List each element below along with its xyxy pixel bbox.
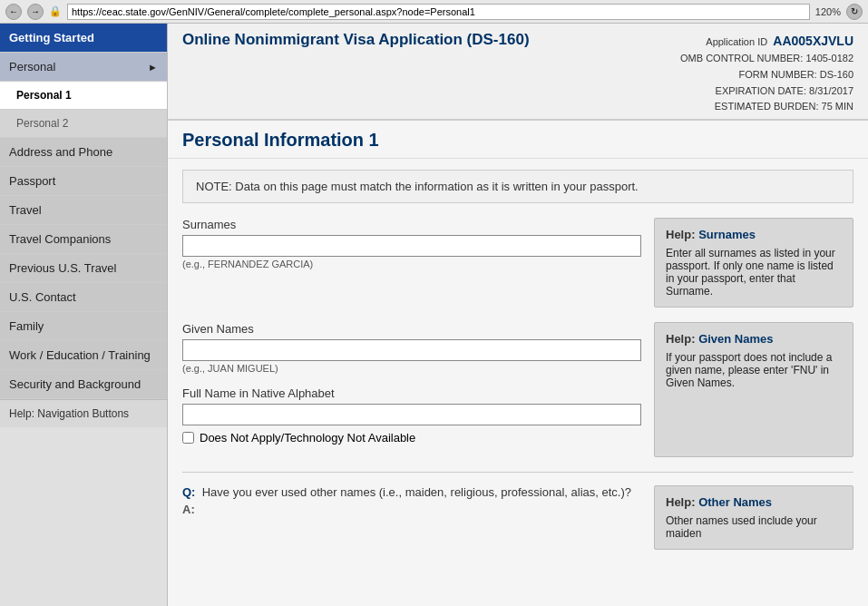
note-box: NOTE: Data on this page must match the i… bbox=[182, 170, 853, 203]
omb-label: OMB CONTROL NUMBER: bbox=[680, 53, 803, 64]
question-text: Q: Have you ever used other names (i.e.,… bbox=[182, 485, 641, 499]
sidebar-item-travel-companions[interactable]: Travel Companions bbox=[0, 225, 167, 254]
does-not-apply-label: Does Not Apply/Technology Not Available bbox=[200, 431, 415, 445]
surnames-help-label: Help: bbox=[666, 228, 696, 241]
omb-value: 1405-0182 bbox=[805, 53, 853, 64]
page-wrapper: Getting Started Personal ► Personal 1 Pe… bbox=[0, 24, 868, 606]
surnames-help-keyword: Surnames bbox=[698, 228, 756, 241]
page-title-bar: Personal Information 1 bbox=[168, 121, 868, 159]
answer-text: A: bbox=[182, 503, 641, 516]
sidebar-item-personal2[interactable]: Personal 2 bbox=[0, 110, 167, 138]
lock-icon: 🔒 bbox=[49, 5, 62, 17]
given-names-help-col: Help: Given Names If your passport does … bbox=[654, 322, 853, 457]
expiry-value: 8/31/2017 bbox=[809, 85, 853, 96]
sidebar-item-address-phone[interactable]: Address and Phone bbox=[0, 138, 167, 167]
other-names-help-col: Help: Other Names Other names used inclu… bbox=[654, 485, 853, 550]
surnames-section: Surnames (e.g., FERNANDEZ GARCIA) Help: … bbox=[182, 218, 853, 308]
given-names-label: Given Names bbox=[182, 322, 641, 336]
a-label: A: bbox=[182, 503, 195, 516]
sidebar-help-nav: Help: Navigation Buttons bbox=[0, 399, 167, 427]
surnames-help-col: Help: Surnames Enter all surnames as lis… bbox=[654, 218, 853, 308]
zoom-level: 120% bbox=[815, 6, 841, 17]
given-names-form-col: Given Names (e.g., JUAN MIGUEL) Full Nam… bbox=[182, 322, 641, 457]
given-names-help-text: If your passport does not include a give… bbox=[666, 351, 842, 389]
app-header: Online Nonimmigrant Visa Application (DS… bbox=[168, 24, 868, 121]
given-names-section: Given Names (e.g., JUAN MIGUEL) Full Nam… bbox=[182, 322, 853, 457]
surnames-help-title: Help: Surnames bbox=[666, 228, 842, 241]
does-not-apply-row: Does Not Apply/Technology Not Available bbox=[182, 431, 641, 445]
given-names-input[interactable] bbox=[182, 339, 641, 361]
q-label: Q: bbox=[182, 485, 195, 499]
expiry-row: EXPIRATION DATE: 8/31/2017 bbox=[680, 83, 853, 100]
question-col: Q: Have you ever used other names (i.e.,… bbox=[182, 485, 641, 550]
main-content: Online Nonimmigrant Visa Application (DS… bbox=[168, 24, 868, 606]
sidebar-item-personal[interactable]: Personal ► bbox=[0, 53, 167, 82]
address-phone-label: Address and Phone bbox=[9, 145, 112, 159]
app-meta: Application ID AA005XJVLU OMB CONTROL NU… bbox=[680, 31, 853, 115]
given-names-help-title: Help: Given Names bbox=[666, 332, 842, 346]
url-bar[interactable] bbox=[67, 4, 810, 20]
sidebar-item-passport[interactable]: Passport bbox=[0, 167, 167, 196]
content-area: NOTE: Data on this page must match the i… bbox=[168, 159, 868, 570]
us-contact-label: U.S. Contact bbox=[9, 290, 76, 304]
forward-button[interactable]: → bbox=[27, 4, 44, 20]
sidebar-item-getting-started[interactable]: Getting Started bbox=[0, 24, 167, 53]
refresh-button[interactable]: ↻ bbox=[846, 4, 863, 20]
app-id-value: AA005XJVLU bbox=[773, 34, 853, 48]
surnames-help-text: Enter all surnames as listed in your pas… bbox=[666, 247, 842, 298]
given-names-group: Given Names (e.g., JUAN MIGUEL) bbox=[182, 322, 641, 374]
personal1-label: Personal 1 bbox=[16, 89, 72, 102]
other-names-help-title: Help: Other Names bbox=[666, 495, 842, 509]
given-names-help-keyword: Given Names bbox=[698, 332, 773, 346]
form-value: DS-160 bbox=[820, 69, 853, 80]
sidebar-item-previous-us-travel[interactable]: Previous U.S. Travel bbox=[0, 254, 167, 283]
note-text: NOTE: Data on this page must match the i… bbox=[196, 180, 639, 193]
personal2-label: Personal 2 bbox=[16, 117, 68, 130]
work-education-training-label: Work / Education / Training bbox=[9, 348, 151, 362]
previous-us-travel-label: Previous U.S. Travel bbox=[9, 261, 117, 275]
surnames-label: Surnames bbox=[182, 218, 641, 231]
omb-row: OMB CONTROL NUMBER: 1405-0182 bbox=[680, 51, 853, 67]
app-id-row: Application ID AA005XJVLU bbox=[680, 31, 853, 51]
sidebar-item-family[interactable]: Family bbox=[0, 312, 167, 341]
form-label: FORM NUMBER: bbox=[738, 69, 816, 80]
does-not-apply-checkbox[interactable] bbox=[182, 432, 194, 444]
native-name-group: Full Name in Native Alphabet Does Not Ap… bbox=[182, 386, 641, 445]
sidebar: Getting Started Personal ► Personal 1 Pe… bbox=[0, 24, 168, 606]
personal-label: Personal bbox=[9, 60, 55, 73]
question-row: Q: Have you ever used other names (i.e.,… bbox=[182, 485, 853, 550]
browser-bar: ← → 🔒 120% ↻ bbox=[0, 0, 868, 24]
surnames-form-col: Surnames (e.g., FERNANDEZ GARCIA) bbox=[182, 218, 641, 308]
sidebar-item-us-contact[interactable]: U.S. Contact bbox=[0, 283, 167, 312]
app-title: Online Nonimmigrant Visa Application (DS… bbox=[182, 31, 530, 49]
native-name-input[interactable] bbox=[182, 404, 641, 425]
burden-label: ESTIMATED BURDEN: bbox=[715, 101, 819, 112]
burden-row: ESTIMATED BURDEN: 75 MIN bbox=[680, 99, 853, 115]
sidebar-item-work-education-training[interactable]: Work / Education / Training bbox=[0, 341, 167, 370]
surnames-input[interactable] bbox=[182, 235, 641, 257]
surnames-example: (e.g., FERNANDEZ GARCIA) bbox=[182, 259, 641, 269]
travel-companions-label: Travel Companions bbox=[9, 232, 111, 246]
other-names-help-label: Help: bbox=[666, 495, 696, 509]
question-content: Have you ever used other names (i.e., ma… bbox=[202, 485, 631, 499]
sidebar-item-personal1[interactable]: Personal 1 bbox=[0, 82, 167, 110]
section-divider bbox=[182, 472, 853, 473]
given-names-example: (e.g., JUAN MIGUEL) bbox=[182, 363, 641, 374]
app-id-label: Application ID bbox=[706, 36, 767, 47]
sidebar-item-security-background[interactable]: Security and Background bbox=[0, 370, 167, 399]
expiry-label: EXPIRATION DATE: bbox=[716, 85, 806, 96]
family-label: Family bbox=[9, 319, 44, 333]
help-nav-label: Help: Navigation Buttons bbox=[9, 407, 129, 420]
other-names-help-text: Other names used include your maiden bbox=[666, 514, 842, 540]
surnames-group: Surnames (e.g., FERNANDEZ GARCIA) bbox=[182, 218, 641, 269]
sidebar-item-travel[interactable]: Travel bbox=[0, 196, 167, 225]
personal-arrow-icon: ► bbox=[148, 62, 158, 73]
security-background-label: Security and Background bbox=[9, 377, 141, 391]
native-name-label: Full Name in Native Alphabet bbox=[182, 386, 641, 400]
getting-started-label: Getting Started bbox=[9, 31, 94, 44]
travel-label: Travel bbox=[9, 203, 42, 217]
form-row: FORM NUMBER: DS-160 bbox=[680, 67, 853, 83]
other-names-help-keyword: Other Names bbox=[698, 495, 772, 509]
burden-value: 75 MIN bbox=[822, 101, 853, 112]
back-button[interactable]: ← bbox=[5, 4, 22, 20]
